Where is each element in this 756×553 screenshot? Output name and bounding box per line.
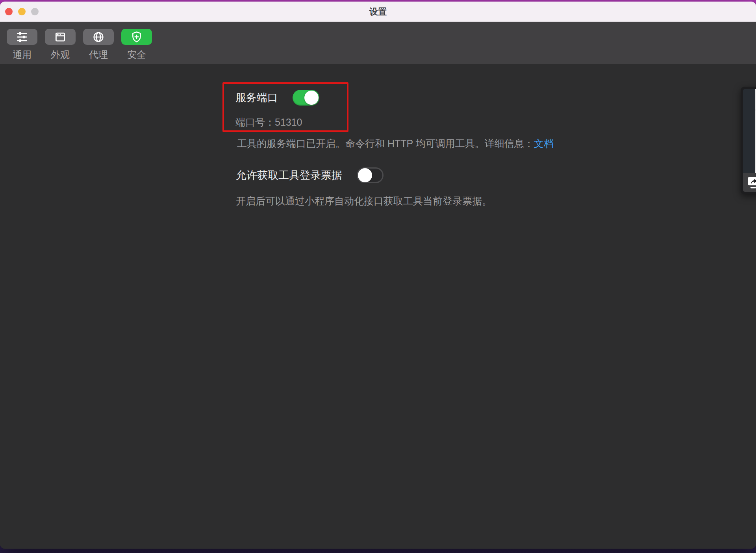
toggle-knob bbox=[358, 168, 372, 182]
share-arrow-icon bbox=[747, 176, 756, 190]
globe-icon bbox=[83, 29, 114, 45]
screenshot-thumbnail-footer bbox=[743, 173, 756, 192]
service-port-label: 服务端口 bbox=[235, 91, 278, 105]
screenshot-thumbnail[interactable] bbox=[741, 87, 756, 194]
tab-appearance-label: 外观 bbox=[51, 48, 70, 61]
tab-security[interactable]: 安全 bbox=[121, 29, 152, 61]
service-port-description-text: 工具的服务端口已开启。命令行和 HTTP 均可调用工具。详细信息： bbox=[237, 138, 534, 149]
login-ticket-row: 允许获取工具登录票据 bbox=[236, 167, 384, 184]
tab-proxy[interactable]: 代理 bbox=[83, 29, 114, 61]
settings-content: 服务端口 端口号：51310 工具的服务端口已开启。命令行和 HTTP 均可调用… bbox=[0, 64, 756, 549]
window-title: 设置 bbox=[0, 2, 756, 22]
shield-plus-icon bbox=[121, 29, 152, 45]
screenshot-thumbnail-preview bbox=[743, 89, 756, 173]
service-port-description: 工具的服务端口已开启。命令行和 HTTP 均可调用工具。详细信息：文档 bbox=[237, 137, 554, 150]
tab-general-label: 通用 bbox=[13, 48, 32, 61]
tab-appearance[interactable]: 外观 bbox=[45, 29, 76, 61]
toggle-knob bbox=[304, 91, 319, 105]
port-number-label: 端口号： bbox=[235, 117, 275, 128]
login-ticket-label: 允许获取工具登录票据 bbox=[236, 168, 342, 182]
login-ticket-description: 开启后可以通过小程序自动化接口获取工具当前登录票据。 bbox=[236, 195, 492, 208]
doc-link[interactable]: 文档 bbox=[534, 138, 554, 149]
tab-proxy-label: 代理 bbox=[89, 48, 108, 61]
titlebar: 设置 bbox=[0, 2, 756, 22]
port-number-value: 51310 bbox=[275, 117, 302, 128]
toolbar: 通用 外观 代理 bbox=[0, 22, 756, 64]
port-number-line: 端口号：51310 bbox=[235, 116, 302, 129]
tab-general[interactable]: 通用 bbox=[7, 29, 37, 61]
service-port-toggle[interactable] bbox=[293, 90, 319, 106]
service-port-row: 服务端口 bbox=[235, 89, 319, 106]
sliders-icon bbox=[7, 29, 37, 45]
window-icon bbox=[45, 29, 76, 45]
login-ticket-toggle[interactable] bbox=[357, 167, 384, 183]
settings-window: 设置 通用 外观 bbox=[0, 2, 756, 549]
tab-security-label: 安全 bbox=[127, 48, 146, 61]
desktop: { "window": { "title": "设置", "traffic_li… bbox=[0, 0, 756, 553]
